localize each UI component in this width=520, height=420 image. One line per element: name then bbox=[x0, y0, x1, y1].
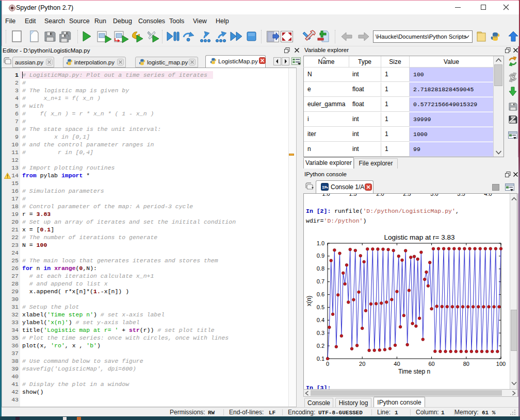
svg-text:0.1: 0.1 bbox=[317, 356, 324, 362]
svg-text:0: 0 bbox=[326, 361, 329, 367]
svg-text:IP: IP bbox=[322, 185, 327, 190]
svg-text:100: 100 bbox=[496, 361, 506, 367]
svg-text:1.0: 1.0 bbox=[317, 240, 324, 246]
svg-text:x(n): x(n) bbox=[305, 296, 313, 307]
svg-text:0.5: 0.5 bbox=[317, 304, 324, 310]
svg-text:0.8: 0.8 bbox=[317, 265, 324, 272]
svg-text:0.6: 0.6 bbox=[317, 291, 324, 297]
svg-text:60: 60 bbox=[428, 361, 434, 367]
svg-text:80: 80 bbox=[463, 361, 469, 367]
svg-text:0.7: 0.7 bbox=[317, 278, 324, 284]
svg-text:Time step n: Time step n bbox=[398, 368, 430, 375]
svg-text:0.4: 0.4 bbox=[317, 317, 324, 323]
svg-text:20: 20 bbox=[359, 361, 365, 367]
svg-text:0.9: 0.9 bbox=[317, 253, 324, 259]
svg-text:0.3: 0.3 bbox=[317, 330, 324, 336]
svg-text:0.2: 0.2 bbox=[317, 343, 324, 349]
svg-text:Logistic map at r= 3.83: Logistic map at r= 3.83 bbox=[384, 233, 455, 241]
svg-text:40: 40 bbox=[394, 361, 400, 367]
